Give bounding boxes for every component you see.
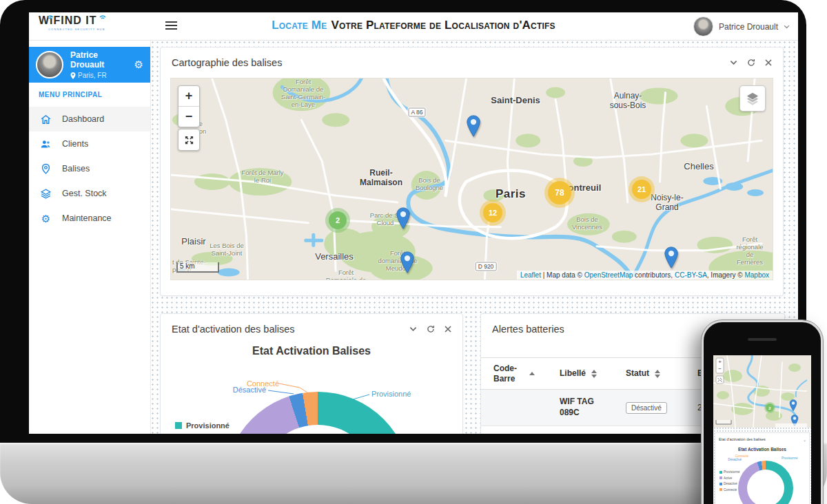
phone-speaker (748, 338, 777, 341)
brand-logo[interactable]: WiFIND IT CONNECTED SECURITY HUB (39, 14, 142, 31)
avatar (36, 51, 63, 78)
antenna-icon (99, 14, 106, 19)
phone-activation-widget: Etat d'activation des balises⌄ Etat Acti… (715, 432, 810, 504)
osm-link[interactable]: OpenStreetMap (584, 271, 633, 279)
svg-text:−: − (718, 366, 722, 372)
sidebar-item-dashboard[interactable]: Dashboard (29, 107, 150, 132)
map-scale: 5 km (176, 262, 219, 273)
map-basemap (171, 78, 773, 280)
phone-widget-title: Etat d'activation des balises⌄ (719, 437, 806, 442)
map-marker-pin[interactable] (664, 246, 679, 272)
page-title: Locate MeVotre Plateforme de Localisatio… (272, 19, 555, 32)
leaflet-map[interactable]: Saint-Denis Aulnay- sous-Bois Chelles No… (170, 78, 773, 280)
column-statut[interactable]: Statut (626, 368, 697, 379)
user-settings-gear-icon[interactable]: ⚙ (134, 59, 143, 71)
zoom-control: + − (178, 85, 200, 127)
close-widget-icon[interactable] (765, 59, 772, 66)
leaflet-link[interactable]: Leaflet (520, 271, 541, 279)
expand-icon (184, 135, 194, 145)
phone-donut-chart (738, 461, 793, 504)
legend-item[interactable]: Activé (175, 433, 229, 434)
legend-swatch (175, 422, 182, 429)
battery-alerts-title: Alertes batteries (492, 324, 564, 335)
zoom-out-button[interactable]: − (178, 106, 199, 127)
license-link[interactable]: CC-BY-SA (675, 271, 707, 279)
stage: WiFIND IT CONNECTED SECURITY HUB Locate … (0, 0, 827, 504)
column-libelle[interactable]: Libellé (560, 368, 626, 379)
marker-cluster[interactable]: 2 (329, 211, 347, 229)
layers-icon (40, 188, 52, 200)
location-pin-icon (70, 72, 76, 79)
laptop-screen: WiFIND IT CONNECTED SECURITY HUB Locate … (29, 12, 798, 434)
svg-text:+: + (718, 359, 722, 365)
mapbox-link[interactable]: Mapbox (744, 271, 769, 279)
refresh-widget-icon[interactable] (747, 59, 755, 67)
collapse-widget-icon[interactable] (409, 326, 417, 332)
home-icon (40, 114, 52, 125)
map-widget-title: Cartographie des balises (172, 57, 282, 68)
road-badge: A 86 (408, 108, 425, 117)
phone-map: 2 + − (713, 355, 811, 428)
column-code-barre[interactable]: Code-Barre (493, 364, 560, 384)
sidebar-item-gest-stock[interactable]: Gest. Stock (29, 181, 150, 206)
sidebar-user-card: Patrice Drouault Paris, FR ⚙ (29, 47, 150, 83)
chart-title: Etat Activation Balises (161, 345, 462, 357)
avatar (693, 17, 713, 36)
map-widget: Cartographie des balises (160, 47, 784, 296)
marker-cluster[interactable]: 21 (632, 180, 651, 199)
app-header: WiFIND IT CONNECTED SECURITY HUB Locate … (29, 12, 798, 41)
marker-cluster[interactable]: 78 (548, 181, 571, 204)
activation-widget: Etat d'activation des balises Etat Activ… (160, 313, 463, 434)
map-marker-pin[interactable] (400, 251, 415, 277)
zoom-in-button[interactable]: + (178, 86, 199, 106)
phone-screen: 2 + − Etat d' (713, 355, 811, 504)
map-pin-icon (40, 163, 52, 175)
layers-icon (745, 91, 760, 106)
chart-legend: Provisionné Activé Désactivé Connecté (175, 421, 229, 434)
sidebar-item-balises[interactable]: Balises (29, 156, 150, 181)
donut-chart[interactable] (225, 392, 411, 434)
sidebar-user-name: Patrice Drouault (70, 50, 134, 70)
activation-widget-header: Etat d'activation des balises (161, 314, 462, 344)
users-icon (40, 138, 52, 150)
callout-desactive: Désactivé (218, 386, 266, 394)
menu-toggle-icon[interactable] (165, 21, 177, 32)
dashboard-grid: Cartographie des balises (150, 40, 798, 434)
sidebar: Patrice Drouault Paris, FR ⚙ MENU PRINCI… (29, 40, 151, 434)
user-name: Patrice Drouault (719, 22, 778, 32)
phone-chart-title: Etat Activation Balises (715, 447, 809, 452)
marker-cluster[interactable]: 12 (483, 203, 502, 222)
sort-asc-icon (529, 372, 535, 375)
status-badge: Désactivé (626, 402, 667, 414)
callout-provisionne: Provisionné (371, 390, 411, 398)
layers-control[interactable] (739, 85, 766, 112)
map-attribution: Leaflet | Map data © OpenStreetMap contr… (517, 271, 773, 280)
menu-section-label: MENU PRINCIPAL (39, 91, 102, 98)
map-widget-header: Cartographie des balises (161, 48, 783, 78)
sidebar-item-clients[interactable]: Clients (29, 132, 150, 156)
activation-widget-title: Etat d'activation des balises (172, 324, 294, 335)
laptop-bezel: WiFIND IT CONNECTED SECURITY HUB Locate … (0, 0, 806, 443)
map-marker-pin[interactable] (466, 115, 481, 140)
map-marker-pin[interactable] (396, 207, 411, 233)
chevron-down-icon (784, 25, 790, 29)
gear-icon: ⚙ (40, 213, 52, 224)
page-title-accent: Locate Me (272, 19, 327, 32)
legend-item[interactable]: Provisionné (175, 421, 229, 430)
close-widget-icon[interactable] (445, 326, 451, 333)
sidebar-item-maintenance[interactable]: ⚙ Maintenance (29, 206, 150, 231)
phone-chart-legend: Provisionné Activé Désactivé Connecté (719, 470, 740, 494)
page-title-rest: Votre Plateforme de Localisation d'Actif… (331, 19, 555, 32)
sidebar-user-location: Paris, FR (70, 72, 134, 79)
brand-tagline: CONNECTED SECURITY HUB (48, 28, 142, 31)
chevron-down-icon: ⌄ (803, 437, 806, 442)
antenna-icon (47, 14, 54, 19)
phone-frame: 2 + − Etat d' (702, 320, 823, 504)
user-menu[interactable]: Patrice Drouault (693, 17, 790, 36)
collapse-widget-icon[interactable] (730, 60, 737, 65)
refresh-widget-icon[interactable] (427, 325, 435, 333)
fullscreen-button[interactable] (178, 129, 200, 151)
main-menu: Dashboard Clients Balises Gest. Stock (29, 107, 150, 231)
brand-name: WiFIND IT (39, 14, 142, 27)
cell-libelle: WIF TAG 089C (560, 397, 602, 418)
